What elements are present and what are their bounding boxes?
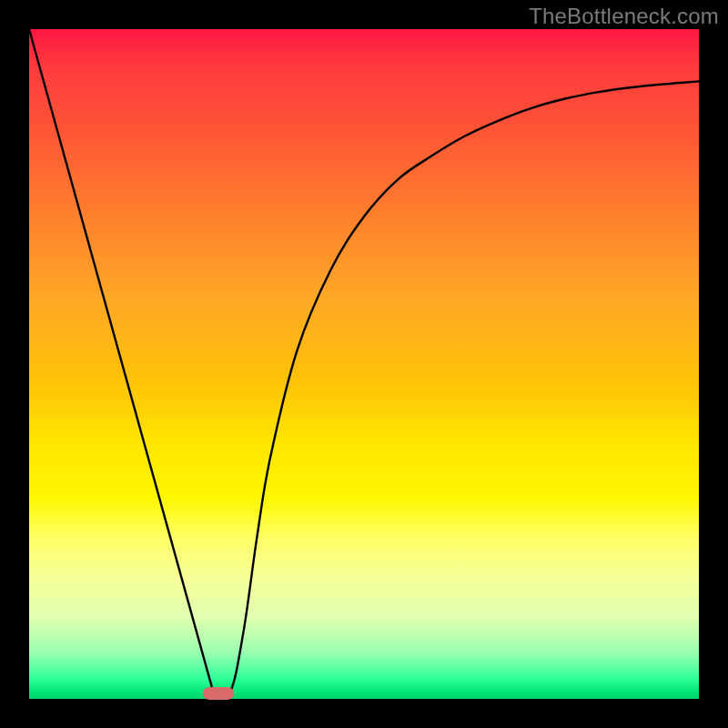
optimal-point-marker [203,687,234,700]
bottleneck-curve [29,29,699,699]
chart-frame: TheBottleneck.com [0,0,728,728]
plot-area [29,29,699,699]
watermark-text: TheBottleneck.com [529,4,719,29]
